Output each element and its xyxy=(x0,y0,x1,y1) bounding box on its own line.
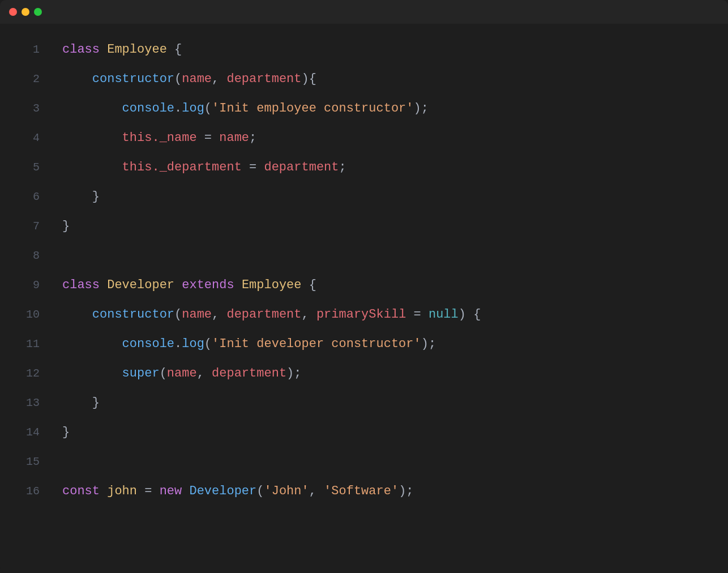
line-number: 7 xyxy=(11,212,40,241)
token-punctuation: ){ xyxy=(302,65,316,94)
minimize-button[interactable] xyxy=(22,8,29,16)
token-kw-class: class xyxy=(62,271,107,300)
code-line: 15 xyxy=(0,447,728,477)
token-plain: = xyxy=(137,477,160,506)
line-number: 11 xyxy=(11,330,40,359)
code-line: 4 this._name = name; xyxy=(0,123,728,153)
token-method: log xyxy=(182,330,204,359)
token-param: name xyxy=(167,359,197,388)
code-editor-window: 1class Employee {2 constructor(name, dep… xyxy=(0,0,728,573)
line-number: 4 xyxy=(11,123,40,153)
token-property: this._department xyxy=(62,153,242,182)
token-kw-class: const xyxy=(62,477,107,506)
token-fn-name: super xyxy=(62,359,160,388)
token-fn-name: constructor xyxy=(62,300,174,330)
maximize-button[interactable] xyxy=(34,8,42,16)
line-number: 10 xyxy=(11,300,40,330)
token-param: name xyxy=(182,300,212,330)
token-punctuation: } xyxy=(62,212,70,241)
token-punctuation: , xyxy=(302,300,316,330)
code-line: 16const john = new Developer('John', 'So… xyxy=(0,477,728,506)
line-number: 8 xyxy=(11,241,40,271)
code-content: console.log('Init developer constructor'… xyxy=(62,330,436,359)
token-param: name xyxy=(182,65,212,94)
token-param: department xyxy=(226,300,301,330)
token-property: this._name xyxy=(62,123,197,153)
line-number: 12 xyxy=(11,359,40,388)
code-line: 10 constructor(name, department, primary… xyxy=(0,300,728,330)
token-kw-class: new xyxy=(160,477,190,506)
token-punctuation: ; xyxy=(339,153,346,182)
token-punctuation: ); xyxy=(421,330,436,359)
code-line: 9class Developer extends Employee { xyxy=(0,271,728,300)
code-line: 2 constructor(name, department){ xyxy=(0,65,728,94)
token-param: primarySkill xyxy=(316,300,406,330)
title-bar xyxy=(0,0,728,24)
token-string: 'Init developer constructor' xyxy=(212,330,421,359)
line-number: 6 xyxy=(11,182,40,212)
token-param: department xyxy=(212,359,286,388)
token-plain: = xyxy=(242,153,264,182)
line-number: 1 xyxy=(11,35,40,65)
token-fn-name: constructor xyxy=(62,65,174,94)
line-number: 9 xyxy=(11,271,40,300)
line-number: 5 xyxy=(11,153,40,182)
code-line: 5 this._department = department; xyxy=(0,153,728,182)
line-number: 16 xyxy=(11,477,40,506)
token-punctuation: ); xyxy=(399,477,413,506)
code-line: 3 console.log('Init employee constructor… xyxy=(0,94,728,123)
token-punctuation: , xyxy=(212,65,226,94)
close-button[interactable] xyxy=(9,8,17,16)
code-content: } xyxy=(62,182,100,212)
token-class-name: Developer xyxy=(107,271,182,300)
token-param: department xyxy=(226,65,301,94)
code-content: class Employee { xyxy=(62,35,182,65)
token-punctuation: ( xyxy=(204,330,212,359)
code-content: } xyxy=(62,418,70,447)
token-plain: = xyxy=(406,300,429,330)
code-content: const john = new Developer('John', 'Soft… xyxy=(62,477,414,506)
code-content: super(name, department); xyxy=(62,359,302,388)
code-line: 12 super(name, department); xyxy=(0,359,728,388)
code-line: 14} xyxy=(0,418,728,447)
token-punctuation: } xyxy=(62,418,70,447)
token-punctuation: , xyxy=(197,359,212,388)
line-number: 15 xyxy=(11,447,40,477)
token-punctuation: } xyxy=(62,388,100,418)
token-string: 'Init employee constructor' xyxy=(212,94,413,123)
token-punctuation: ( xyxy=(174,65,182,94)
code-content: console.log('Init employee constructor')… xyxy=(62,94,429,123)
token-kw-null: null xyxy=(429,300,459,330)
token-punctuation: { xyxy=(309,271,316,300)
token-punctuation: . xyxy=(174,330,182,359)
token-param: department xyxy=(264,153,339,182)
code-content: this._department = department; xyxy=(62,153,346,182)
token-kw-class: class xyxy=(62,35,107,65)
code-line: 1class Employee { xyxy=(0,35,728,65)
code-line: 7} xyxy=(0,212,728,241)
code-content: } xyxy=(62,212,70,241)
token-punctuation: , xyxy=(212,300,226,330)
code-content: class Developer extends Employee { xyxy=(62,271,316,300)
token-param: name xyxy=(219,123,249,153)
token-punctuation: ( xyxy=(256,477,264,506)
token-string: 'John' xyxy=(264,477,309,506)
token-punctuation: ; xyxy=(249,123,256,153)
token-kw-extends: extends xyxy=(182,271,242,300)
token-punctuation: ( xyxy=(160,359,167,388)
token-punctuation: { xyxy=(174,35,182,65)
token-plain: = xyxy=(197,123,220,153)
token-method: log xyxy=(182,94,204,123)
token-fn-name: console xyxy=(62,330,174,359)
token-fn-name: Developer xyxy=(189,477,256,506)
code-content: } xyxy=(62,388,100,418)
token-class-name: Employee xyxy=(242,271,309,300)
code-line: 11 console.log('Init developer construct… xyxy=(0,330,728,359)
token-punctuation: ); xyxy=(286,359,301,388)
token-punctuation: ) { xyxy=(459,300,481,330)
token-punctuation: ( xyxy=(174,300,182,330)
token-string: 'Software' xyxy=(324,477,399,506)
token-punctuation: , xyxy=(309,477,324,506)
code-line: 6 } xyxy=(0,182,728,212)
code-area: 1class Employee {2 constructor(name, dep… xyxy=(0,24,728,518)
